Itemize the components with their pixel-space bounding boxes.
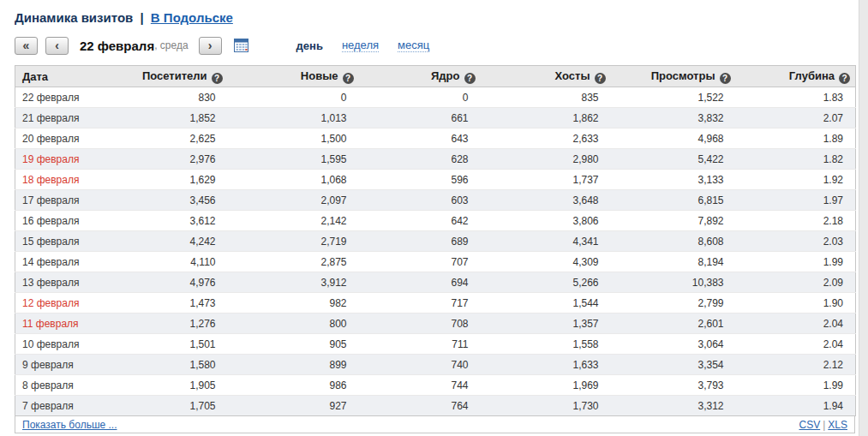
value-cell: 1,969 [481,375,611,396]
value-cell: 1,558 [481,334,611,355]
value-cell: 596 [359,170,481,190]
prev-fast-button[interactable]: « [15,37,38,55]
show-more-link[interactable]: Показать больше ... [22,419,117,431]
next-day-button[interactable]: › [199,37,222,55]
date-cell: 19 февраля [15,149,140,170]
date-cell: 11 февраля [15,314,140,334]
value-cell: 2,719 [228,231,359,252]
region-link[interactable]: В Подольске [151,10,233,25]
help-icon[interactable]: ? [595,73,606,84]
table-row: 17 февраля3,4562,0976033,6486,8151.97 [15,190,856,211]
title-separator: | [136,10,147,25]
value-cell: 2.07 [736,108,856,128]
value-cell: 2,601 [611,314,736,334]
tab-month[interactable]: месяц [398,39,429,52]
value-cell: 3,133 [611,170,736,190]
tab-week[interactable]: неделя [342,39,379,52]
column-label: Хосты [555,69,590,82]
column-label: Ядро [431,69,459,82]
value-cell: 708 [359,314,481,334]
value-cell: 8,194 [611,252,736,272]
value-cell: 1,595 [228,149,359,170]
value-cell: 1,544 [481,293,611,314]
export-separator: | [820,419,828,431]
vertical-scrollbar[interactable] [859,0,868,436]
table-row: 8 февраля1,9059867441,9693,7931.99 [15,375,856,396]
value-cell: 1.94 [736,396,856,416]
value-cell: 3,793 [611,375,736,396]
value-cell: 3,064 [611,334,736,355]
double-chevron-left-icon: « [23,39,30,52]
table-row: 21 февраля1,8521,0136611,8623,8322.07 [15,108,856,128]
csv-link[interactable]: CSV [799,419,821,431]
column-header-hosts: Хосты? [481,66,611,87]
value-cell: 717 [359,293,481,314]
page-header: Динамика визитов | В Подольске [15,10,868,25]
help-icon[interactable]: ? [839,73,850,84]
prev-day-button[interactable]: ‹ [45,37,69,55]
date-cell: 14 февраля [15,252,140,272]
value-cell: 1.89 [736,128,856,149]
value-cell: 0 [228,87,359,108]
column-label: Новые [301,69,338,82]
date-cell: 16 февраля [15,211,140,231]
tab-day[interactable]: день [296,39,323,52]
table-row: 14 февраля4,1102,8757074,3098,1941.99 [15,252,856,272]
help-icon[interactable]: ? [720,73,731,84]
help-icon[interactable]: ? [212,73,223,84]
value-cell: 740 [359,355,481,375]
date-cell: 8 февраля [15,375,140,396]
table-row: 13 февраля4,9763,9126945,26610,3832.09 [15,272,856,293]
table-row: 7 февраля1,7059277641,7303,3121.94 [15,396,856,416]
column-label: Дата [22,70,48,83]
value-cell: 1.82 [736,149,856,170]
value-cell: 2.03 [736,231,856,252]
chevron-left-icon: ‹ [55,39,59,52]
table-row: 12 февраля1,4739827171,5442,7991.90 [15,293,856,314]
value-cell: 5,422 [611,149,736,170]
value-cell: 7,892 [611,211,736,231]
column-label: Посетители [142,69,207,82]
value-cell: 4,976 [140,272,228,293]
value-cell: 986 [228,375,359,396]
current-date: 22 февраля [80,39,154,53]
value-cell: 982 [228,293,359,314]
calendar-button[interactable] [234,39,248,52]
value-cell: 642 [359,211,481,231]
value-cell: 3,912 [228,272,359,293]
value-cell: 603 [359,190,481,211]
value-cell: 2.18 [736,211,856,231]
help-icon[interactable]: ? [464,73,476,84]
value-cell: 905 [228,334,359,355]
value-cell: 4,341 [481,231,611,252]
value-cell: 689 [359,231,481,252]
value-cell: 4,110 [140,252,228,272]
date-cell: 7 февраля [15,396,140,416]
help-icon[interactable]: ? [343,73,354,84]
value-cell: 1.90 [736,293,856,314]
value-cell: 661 [359,108,481,128]
table-row: 15 февраля4,2422,7196894,3418,6082.03 [15,231,856,252]
value-cell: 1.92 [736,170,856,190]
value-cell: 1,629 [140,170,228,190]
value-cell: 1,633 [481,355,611,375]
value-cell: 3,648 [481,190,611,211]
value-cell: 1,276 [140,314,228,334]
date-cell: 18 февраля [15,170,140,190]
xls-link[interactable]: XLS [828,419,847,431]
table-row: 16 февраля3,6122,1426423,8067,8922.18 [15,211,856,231]
date-toolbar: « ‹ 22 февраля , среда › [15,36,868,55]
value-cell: 1.99 [736,252,856,272]
value-cell: 1,737 [481,170,611,190]
value-cell: 8,608 [611,231,736,252]
value-cell: 3,312 [611,396,736,416]
visits-table: ДатаПосетители?Новые?Ядро?Хосты?Просмотр… [15,65,856,416]
table-row: 20 февраля2,6251,5006432,6334,9681.89 [15,128,856,149]
column-header-pageviews: Просмотры? [611,66,736,87]
value-cell: 707 [359,252,481,272]
current-weekday: , среда [154,39,188,51]
value-cell: 4,242 [140,231,228,252]
table-footer: Показать больше ... CSV|XLS [15,416,855,433]
value-cell: 1.97 [736,190,856,211]
value-cell: 1.99 [736,375,856,396]
